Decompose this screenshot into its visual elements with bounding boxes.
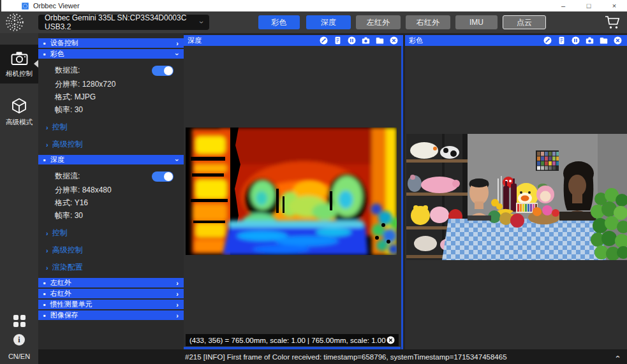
section-title: 彩色: [50, 49, 64, 59]
stream-button-imu[interactable]: IMU: [455, 15, 498, 29]
depth-render-config-link[interactable]: › 渲染配置: [46, 262, 175, 273]
app-logo-icon: [22, 3, 29, 10]
statusbar: #215 [INFO] First frame of Color receive…: [38, 349, 627, 364]
depth-viewer-title: 深度: [188, 36, 202, 45]
flip-icon[interactable]: [320, 36, 328, 45]
bullet-icon: ■: [43, 292, 46, 296]
orbbec-logo-icon: [4, 12, 25, 33]
section-header-right-ir[interactable]: ■ 右红外 ›: [38, 289, 184, 298]
chevron-right-icon: ›: [46, 229, 48, 237]
language-toggle[interactable]: CN/EN: [8, 353, 30, 360]
bullet-icon: ■: [43, 281, 46, 285]
metadata-icon[interactable]: [557, 36, 566, 45]
section-title: 左红外: [50, 278, 71, 288]
section-header-left-ir[interactable]: ■ 左红外 ›: [38, 278, 184, 288]
status-message: #215 [INFO] First frame of Color receive…: [185, 353, 507, 361]
cart-icon[interactable]: [604, 15, 621, 30]
bullet-icon: ■: [43, 41, 46, 45]
depth-measure-text: (433, 356) = 765.00mm, scale: 1.00 | 765…: [189, 337, 386, 344]
maximize-button[interactable]: □: [576, 0, 601, 11]
chevron-right-icon: ›: [176, 290, 179, 298]
cube-icon: [11, 98, 27, 114]
record-icon[interactable]: [600, 36, 608, 45]
section-header-imu[interactable]: ■ 惯性测量单元 ›: [38, 300, 184, 309]
chevron-up-icon[interactable]: ›: [612, 355, 621, 358]
titlebar: Orbbec Viewer – □ ×: [0, 0, 627, 11]
color-fps: 帧率: 30: [55, 105, 175, 115]
chevron-right-icon: ›: [46, 247, 48, 254]
color-viewer-title: 彩色: [409, 36, 423, 45]
window-controls: – □ ×: [550, 0, 627, 11]
pause-icon[interactable]: [348, 36, 356, 45]
window-title: Orbbec Viewer: [33, 2, 80, 10]
chevron-down-icon: ›: [173, 53, 181, 55]
metadata-icon[interactable]: [334, 36, 342, 45]
sidebar-item-camera-control[interactable]: 相机控制: [0, 45, 38, 84]
color-viewer-header: 彩色: [405, 35, 627, 46]
chevron-right-icon: ›: [176, 279, 179, 287]
sidebar-bottom: i CN/EN: [0, 315, 38, 360]
stream-label: 数据流:: [55, 171, 80, 182]
sidebar-item-label: 相机控制: [6, 69, 33, 78]
color-format: 格式: MJPG: [55, 92, 175, 103]
bullet-icon: ■: [43, 52, 46, 56]
section-header-device-control[interactable]: ■ 设备控制 ›: [38, 38, 184, 48]
viewport: 深度: [184, 33, 627, 349]
close-icon[interactable]: [387, 336, 395, 344]
close-icon[interactable]: [614, 36, 622, 45]
record-icon[interactable]: [376, 36, 384, 45]
selected-indicator: [34, 60, 38, 68]
stream-button-right-ir[interactable]: 右红外: [406, 15, 450, 29]
section-header-color[interactable]: ■ 彩色 ›: [38, 49, 184, 59]
depth-control-link[interactable]: › 控制: [46, 228, 175, 238]
stream-button-color[interactable]: 彩色: [258, 15, 300, 29]
section-title: 深度: [50, 155, 64, 164]
chevron-down-icon: ›: [173, 159, 181, 161]
color-advanced-control-link[interactable]: › 高级控制: [46, 139, 175, 150]
minimize-button[interactable]: –: [550, 0, 576, 11]
chevron-right-icon: ›: [46, 124, 48, 131]
info-icon[interactable]: i: [13, 334, 25, 346]
section-title: 图像保存: [50, 310, 78, 320]
depth-stream-toggle[interactable]: [152, 171, 173, 182]
orbbec-viewer-window: Orbbec Viewer – □ × Orbbec Gemini 335L S…: [0, 0, 627, 364]
section-title: 右红外: [50, 289, 71, 298]
bullet-icon: ■: [43, 314, 46, 317]
camera-icon: [11, 51, 28, 66]
color-section-body: 数据流: 分辨率: 1280x720 格式: MJPG 帧率: 30 › 控制 …: [38, 60, 184, 155]
chevron-right-icon: ›: [176, 40, 179, 47]
flip-icon[interactable]: [543, 36, 552, 45]
stream-button-depth[interactable]: 深度: [306, 15, 351, 29]
device-selector-dropdown[interactable]: Orbbec Gemini 335L SN:CP3S34D0003C USB3.…: [38, 15, 209, 30]
section-title: 惯性测量单元: [50, 300, 92, 309]
stream-button-left-ir[interactable]: 左红外: [356, 15, 401, 29]
sidebar: 相机控制 高级模式 i CN/EN: [0, 33, 38, 364]
color-control-link[interactable]: › 控制: [46, 122, 175, 133]
close-button[interactable]: ×: [601, 0, 627, 11]
section-title: 设备控制: [50, 38, 78, 48]
stream-button-pointcloud[interactable]: 点云: [503, 15, 546, 29]
sidebar-item-advanced-mode[interactable]: 高级模式: [0, 91, 38, 132]
depth-stream-image[interactable]: [186, 127, 397, 255]
section-header-image-save[interactable]: ■ 图像保存 ›: [38, 310, 184, 320]
depth-resolution: 分辨率: 848x480: [55, 185, 175, 196]
bullet-icon: ■: [43, 303, 46, 307]
color-stream-image[interactable]: [406, 134, 627, 260]
pause-icon[interactable]: [572, 36, 580, 45]
depth-measure-bar: (433, 356) = 765.00mm, scale: 1.00 | 765…: [186, 334, 399, 346]
chevron-right-icon: ›: [46, 141, 48, 149]
depth-viewer-header: 深度: [184, 35, 403, 46]
apps-grid-icon[interactable]: [13, 315, 26, 327]
stream-label: 数据流:: [55, 65, 80, 76]
section-header-depth[interactable]: ■ 深度 ›: [38, 155, 184, 164]
depth-viewer-panel: 深度: [184, 35, 403, 349]
snapshot-icon[interactable]: [362, 36, 370, 45]
color-stream-toggle[interactable]: [152, 66, 173, 76]
snapshot-icon[interactable]: [586, 36, 594, 45]
chevron-down-icon: ›: [197, 21, 206, 24]
depth-advanced-control-link[interactable]: › 高级控制: [46, 245, 175, 256]
color-resolution: 分辨率: 1280x720: [55, 79, 175, 90]
close-icon[interactable]: [390, 36, 398, 45]
chevron-right-icon: ›: [176, 312, 179, 319]
vertical-scrollbar[interactable]: [401, 46, 403, 349]
